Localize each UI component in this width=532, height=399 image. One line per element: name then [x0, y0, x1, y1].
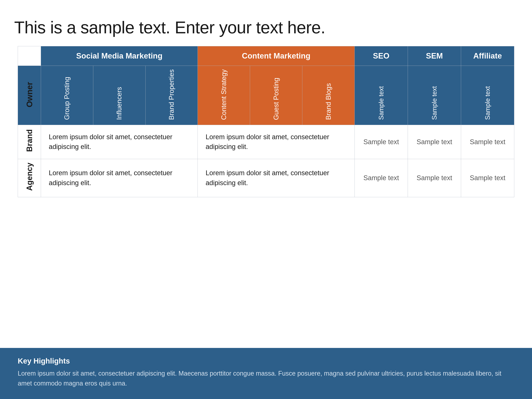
agency-content-cell: Lorem ipsum dolor sit amet, consectetuer…	[198, 159, 355, 197]
owner-label-cell: Owner	[18, 66, 41, 125]
subheader-influencers: Influencers	[93, 66, 146, 125]
title-section: This is a sample text. Enter your text h…	[14, 11, 518, 46]
agency-label: Agency	[24, 163, 35, 191]
agency-label-cell: Agency	[18, 159, 41, 197]
footer-section: Key Highlights Lorem ipsum dolor sit ame…	[0, 348, 532, 399]
footer-title: Key Highlights	[18, 357, 514, 365]
footer-text: Lorem ipsum dolor sit amet, consectetuer…	[18, 368, 514, 388]
brand-sem-text: Sample text	[417, 138, 452, 146]
agency-social-cell: Lorem ipsum dolor sit amet, consectetuer…	[41, 159, 198, 197]
subheader-brand-properties: Brand Properties	[146, 66, 198, 125]
table-section: Social Media Marketing Content Marketing…	[14, 46, 518, 197]
brand-social-cell: Lorem ipsum dolor sit amet, consectetuer…	[41, 125, 198, 159]
brand-sem-cell: Sample text	[408, 125, 461, 159]
brand-label-cell: Brand	[18, 125, 41, 159]
subheader-content-strategy: Content Strategy	[198, 66, 250, 125]
seo-sample-label: Sample text	[378, 86, 385, 120]
brand-properties-label: Brand Properties	[168, 69, 175, 120]
subheader-group-posting: Group Posting	[41, 66, 93, 125]
agency-affiliate-cell: Sample text	[461, 159, 514, 197]
owner-label: Owner	[25, 82, 34, 107]
affiliate-sample-label: Sample text	[484, 86, 491, 120]
th-affiliate: Affiliate	[461, 46, 514, 66]
content-strategy-label: Content Strategy	[220, 69, 228, 120]
agency-sem-cell: Sample text	[408, 159, 461, 197]
page-title: This is a sample text. Enter your text h…	[14, 18, 518, 37]
brand-content-text: Lorem ipsum dolor sit amet, consectetuer…	[206, 133, 329, 150]
brand-label: Brand	[24, 129, 35, 152]
th-empty	[18, 46, 41, 66]
header-row: Social Media Marketing Content Marketing…	[18, 46, 514, 66]
sem-sample-label: Sample text	[431, 86, 438, 120]
main-table: Social Media Marketing Content Marketing…	[18, 46, 514, 197]
subheader-affiliate: Sample text	[461, 66, 514, 125]
th-seo: SEO	[355, 46, 408, 66]
brand-row: Brand Lorem ipsum dolor sit amet, consec…	[18, 125, 514, 159]
agency-social-text: Lorem ipsum dolor sit amet, consectetuer…	[49, 169, 172, 186]
brand-affiliate-cell: Sample text	[461, 125, 514, 159]
agency-sem-text: Sample text	[417, 174, 452, 182]
th-sem: SEM	[408, 46, 461, 66]
brand-content-cell: Lorem ipsum dolor sit amet, consectetuer…	[198, 125, 355, 159]
influencers-label: Influencers	[115, 87, 123, 120]
brand-social-text: Lorem ipsum dolor sit amet, consectetuer…	[49, 133, 172, 150]
agency-seo-text: Sample text	[363, 174, 399, 182]
agency-seo-cell: Sample text	[355, 159, 408, 197]
brand-seo-text: Sample text	[363, 138, 399, 146]
brand-blogs-label: Brand Blogs	[325, 83, 332, 120]
agency-content-text: Lorem ipsum dolor sit amet, consectetuer…	[206, 169, 329, 186]
th-social-media: Social Media Marketing	[41, 46, 198, 66]
group-posting-label: Group Posting	[63, 77, 71, 120]
agency-affiliate-text: Sample text	[470, 174, 505, 182]
subheader-row: Owner Group Posting Influencers Brand Pr…	[18, 66, 514, 125]
subheader-brand-blogs: Brand Blogs	[302, 66, 355, 125]
subheader-sem: Sample text	[408, 66, 461, 125]
th-content-marketing: Content Marketing	[198, 46, 355, 66]
brand-seo-cell: Sample text	[355, 125, 408, 159]
brand-affiliate-text: Sample text	[470, 138, 505, 146]
agency-row: Agency Lorem ipsum dolor sit amet, conse…	[18, 159, 514, 197]
subheader-guest-posting: Guest Posting	[250, 66, 302, 125]
subheader-seo: Sample text	[355, 66, 408, 125]
page-wrapper: This is a sample text. Enter your text h…	[0, 0, 532, 399]
guest-posting-label: Guest Posting	[272, 78, 280, 120]
